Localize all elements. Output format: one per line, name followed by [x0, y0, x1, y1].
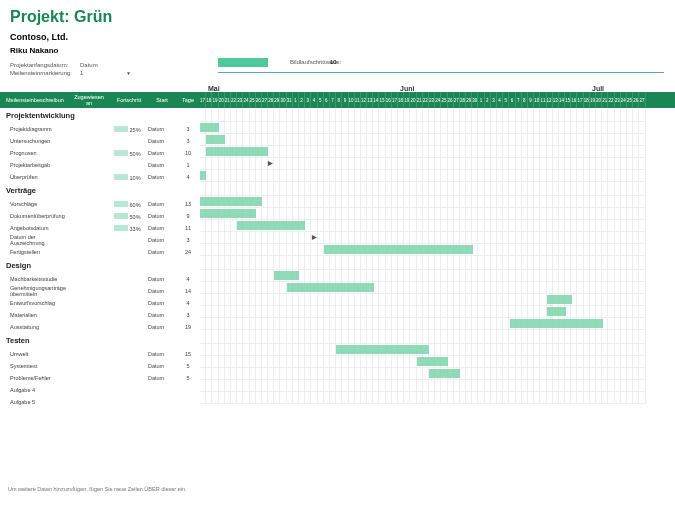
milestone-value: 1	[80, 70, 120, 76]
task-start: Datum	[148, 363, 176, 369]
task-start: Datum	[148, 162, 176, 168]
gantt-bar	[200, 209, 256, 218]
header-milestone: Meilensteinbeschreibun	[0, 97, 68, 103]
task-row: Dokumentüberprüfung 50%Datum9	[0, 210, 200, 222]
task-row: MachbarkeitsstudieDatum4	[0, 273, 200, 285]
task-days: 11	[176, 225, 200, 231]
grid-row	[200, 270, 675, 282]
task-row: Datum der AuszeichnungDatum3	[0, 234, 200, 246]
task-start: Datum	[148, 300, 176, 306]
task-days: 19	[176, 324, 200, 330]
task-row: ProjektarbeitgabDatum1	[0, 159, 200, 171]
task-name: Fertigstellen	[0, 249, 68, 255]
task-row: Aufgabe 4	[0, 384, 200, 396]
task-start: Datum	[148, 150, 176, 156]
task-name: Angebotsdatum	[0, 225, 68, 231]
timeline-ruler	[218, 72, 664, 73]
task-start: Datum	[148, 138, 176, 144]
task-progress: 60%	[110, 201, 148, 208]
task-days: 9	[176, 213, 200, 219]
section-header: Design	[0, 258, 200, 273]
header-assigned: Zugewiesen an	[68, 94, 110, 106]
gantt-bar	[324, 245, 473, 254]
task-days: 1	[176, 162, 200, 168]
task-name: Datum der Auszeichnung	[0, 234, 68, 246]
task-row: Probleme/FehlerDatum5	[0, 372, 200, 384]
task-days: 4	[176, 300, 200, 306]
task-days: 3	[176, 312, 200, 318]
task-row: UmweltDatum15	[0, 348, 200, 360]
header-progress: Fortschritt	[110, 97, 148, 103]
task-name: Untersuchungen	[0, 138, 68, 144]
meta-milestone-row: Meilensteinmarkierung: 1 ▼	[0, 69, 675, 77]
grid-row	[200, 256, 675, 270]
grid-row	[200, 306, 675, 318]
gantt-bar	[200, 123, 219, 132]
task-row: EntwurfsvorschlagDatum4	[0, 297, 200, 309]
task-start: Datum	[148, 375, 176, 381]
task-row: MaterialienDatum3	[0, 309, 200, 321]
task-name: Entwurfsvorschlag	[0, 300, 68, 306]
task-row: AusstattungDatum19	[0, 321, 200, 333]
gantt-bar	[417, 357, 448, 366]
task-row: UntersuchungenDatum3	[0, 135, 200, 147]
task-name: Systemtest	[0, 363, 68, 369]
task-row: SystemtestDatum5	[0, 360, 200, 372]
task-start: Datum	[148, 174, 176, 180]
task-start: Datum	[148, 213, 176, 219]
scroll-indicator[interactable]	[218, 58, 268, 67]
start-date-label: Projektanfangsdatum:	[10, 62, 80, 68]
task-name: Probleme/Fehler	[0, 375, 68, 381]
gantt-bar	[287, 283, 374, 292]
task-start: Datum	[148, 324, 176, 330]
task-row: Vorschläge 60%Datum13	[0, 198, 200, 210]
task-days: 13	[176, 201, 200, 207]
grid-row	[200, 170, 675, 182]
task-start: Datum	[148, 249, 176, 255]
task-days: 15	[176, 351, 200, 357]
month-label: Juli	[592, 85, 604, 92]
milestone-marker: ▶	[268, 159, 273, 166]
grid-row	[200, 392, 675, 404]
task-name: Umwelt	[0, 351, 68, 357]
project-title: Projekt: Grün	[0, 0, 675, 30]
task-row: Angebotsdatum 33%Datum11	[0, 222, 200, 234]
gantt-bar	[274, 271, 299, 280]
task-name: Projektdiagramm	[0, 126, 68, 132]
grid-row	[200, 208, 675, 220]
task-row: Projektdiagramm 25%Datum3	[0, 123, 200, 135]
task-progress: 50%	[110, 150, 148, 157]
section-header: Verträge	[0, 183, 200, 198]
task-days: 3	[176, 126, 200, 132]
task-progress: 50%	[110, 213, 148, 220]
gantt-bar	[547, 295, 572, 304]
task-row: Genehmigungsanträge übermittelnDatum14	[0, 285, 200, 297]
task-days: 14	[176, 288, 200, 294]
grid-row	[200, 182, 675, 196]
grid-row	[200, 380, 675, 392]
task-name: Vorschläge	[0, 201, 68, 207]
month-label: Mai	[208, 85, 220, 92]
day-header-cell: 27	[639, 92, 645, 108]
task-progress: 33%	[110, 225, 148, 232]
grid-row	[200, 318, 675, 330]
gantt-bar	[206, 147, 268, 156]
gantt-bar	[429, 369, 460, 378]
month-label: Juni	[400, 85, 414, 92]
task-name: Genehmigungsanträge übermitteln	[0, 285, 68, 297]
task-start: Datum	[148, 237, 176, 243]
task-start: Datum	[148, 288, 176, 294]
task-name: Prognosen	[0, 150, 68, 156]
grid-row	[200, 294, 675, 306]
task-name: Überprüfen	[0, 174, 68, 180]
gantt-bar	[510, 319, 603, 328]
task-row: Prognosen 50%Datum10	[0, 147, 200, 159]
gantt-bar	[200, 197, 262, 206]
footer-hint: Um weitere Daten hinzuzufügen, fügen Sie…	[8, 486, 187, 492]
task-days: 10	[176, 150, 200, 156]
task-row: Aufgabe 5	[0, 396, 200, 408]
grid-row	[200, 282, 675, 294]
task-name: Aufgabe 4	[0, 387, 68, 393]
task-start: Datum	[148, 276, 176, 282]
task-days: 3	[176, 237, 200, 243]
